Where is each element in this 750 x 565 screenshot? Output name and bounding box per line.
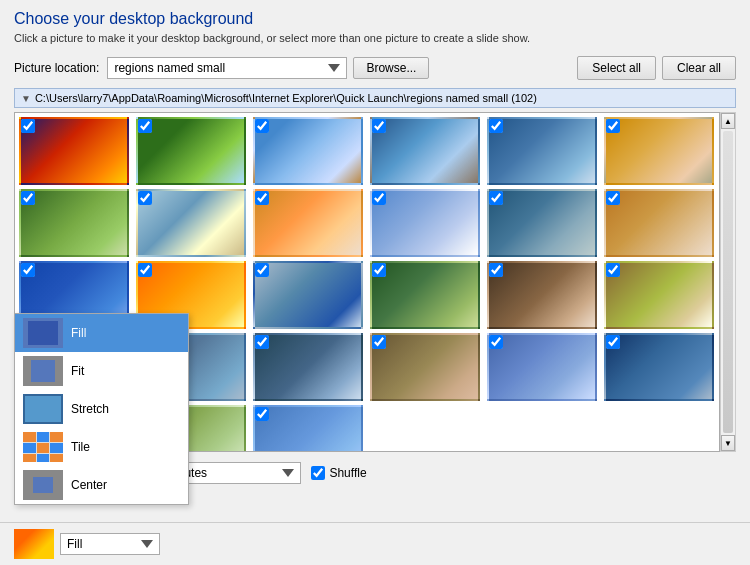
thumbnail-cell[interactable] xyxy=(19,189,129,259)
thumb-image xyxy=(370,261,480,329)
scroll-down-arrow[interactable]: ▼ xyxy=(721,435,735,451)
thumb-checkbox[interactable] xyxy=(21,191,35,205)
bottom-fill-bar: Fill Fit Stretch Tile Center xyxy=(0,522,750,565)
thumb-image xyxy=(136,117,246,185)
svg-rect-1 xyxy=(28,321,58,345)
thumb-image xyxy=(370,117,480,185)
svg-rect-13 xyxy=(23,454,36,462)
thumb-image xyxy=(487,333,597,401)
thumbnail-cell[interactable] xyxy=(604,189,714,259)
thumbnail-cell[interactable] xyxy=(253,333,363,403)
thumbnail-cell[interactable] xyxy=(253,261,363,331)
thumb-checkbox[interactable] xyxy=(255,119,269,133)
thumb-image xyxy=(604,189,714,257)
thumbnail-cell[interactable] xyxy=(487,189,597,259)
picture-location-label: Picture location: xyxy=(14,61,99,75)
picture-location-dropdown[interactable]: regions named small xyxy=(107,57,347,79)
thumb-checkbox[interactable] xyxy=(255,335,269,349)
thumb-checkbox[interactable] xyxy=(372,335,386,349)
thumbnail-cell[interactable] xyxy=(487,117,597,187)
svg-rect-12 xyxy=(50,443,63,453)
thumb-checkbox[interactable] xyxy=(138,263,152,277)
position-menu-item-fit[interactable]: Fit xyxy=(15,352,188,390)
shuffle-label: Shuffle xyxy=(329,466,366,480)
select-all-button[interactable]: Select all xyxy=(577,56,656,80)
thumb-checkbox[interactable] xyxy=(606,119,620,133)
thumbnail-cell[interactable] xyxy=(370,333,480,403)
thumb-checkbox[interactable] xyxy=(606,191,620,205)
thumbnail-cell[interactable] xyxy=(370,261,480,331)
right-buttons: Select all Clear all xyxy=(577,56,736,80)
icon-center xyxy=(23,470,63,500)
thumb-image xyxy=(253,405,363,452)
thumb-checkbox[interactable] xyxy=(372,263,386,277)
position-option-label: Fit xyxy=(71,364,84,378)
thumb-image xyxy=(604,333,714,401)
thumb-checkbox[interactable] xyxy=(255,263,269,277)
thumbnail-cell[interactable] xyxy=(604,117,714,187)
scrollbar-track[interactable]: ▲ ▼ xyxy=(720,112,736,452)
folder-arrow-icon: ▼ xyxy=(21,93,31,104)
thumbnail-cell[interactable] xyxy=(136,117,246,187)
thumb-checkbox[interactable] xyxy=(372,119,386,133)
thumbnail-cell[interactable] xyxy=(370,189,480,259)
thumbnail-cell[interactable] xyxy=(136,189,246,259)
shuffle-checkbox[interactable] xyxy=(311,466,325,480)
thumbnail-cell[interactable] xyxy=(253,189,363,259)
position-dropdown-menu: FillFitStretchTileCenter xyxy=(14,313,189,505)
svg-rect-11 xyxy=(37,443,49,453)
thumb-checkbox[interactable] xyxy=(21,119,35,133)
fill-preview-icon xyxy=(14,529,54,559)
thumb-checkbox[interactable] xyxy=(606,335,620,349)
scroll-thumb[interactable] xyxy=(723,131,733,433)
thumb-checkbox[interactable] xyxy=(138,191,152,205)
thumbnail-cell[interactable] xyxy=(253,405,363,452)
thumbnail-cell[interactable] xyxy=(253,117,363,187)
thumb-checkbox[interactable] xyxy=(255,191,269,205)
icon-tile xyxy=(23,432,63,462)
svg-rect-3 xyxy=(31,360,55,382)
position-menu-item-center[interactable]: Center xyxy=(15,466,188,504)
thumb-checkbox[interactable] xyxy=(255,407,269,421)
thumb-image xyxy=(370,189,480,257)
thumb-image xyxy=(604,117,714,185)
thumbnail-cell[interactable] xyxy=(487,261,597,331)
position-option-label: Tile xyxy=(71,440,90,454)
thumb-image xyxy=(253,117,363,185)
icon-stretch xyxy=(23,394,63,424)
thumbnail-cell[interactable] xyxy=(604,261,714,331)
thumb-checkbox[interactable] xyxy=(489,119,503,133)
thumbnail-cell[interactable] xyxy=(487,333,597,403)
thumb-checkbox[interactable] xyxy=(489,263,503,277)
thumb-checkbox[interactable] xyxy=(138,119,152,133)
position-option-label: Center xyxy=(71,478,107,492)
thumb-checkbox[interactable] xyxy=(21,263,35,277)
svg-rect-9 xyxy=(50,432,63,442)
icon-fit xyxy=(23,356,63,386)
position-menu-item-stretch[interactable]: Stretch xyxy=(15,390,188,428)
position-menu-item-tile[interactable]: Tile xyxy=(15,428,188,466)
page-subtitle: Click a picture to make it your desktop … xyxy=(14,32,736,44)
clear-all-button[interactable]: Clear all xyxy=(662,56,736,80)
thumbnail-cell[interactable] xyxy=(370,117,480,187)
thumb-image xyxy=(19,189,129,257)
thumbnail-cell[interactable] xyxy=(19,117,129,187)
fill-position-dropdown[interactable]: Fill Fit Stretch Tile Center xyxy=(60,533,160,555)
thumbnail-cell[interactable] xyxy=(604,333,714,403)
icon-fill xyxy=(23,318,63,348)
svg-rect-17 xyxy=(33,477,53,493)
svg-rect-5 xyxy=(25,396,61,422)
thumb-checkbox[interactable] xyxy=(489,335,503,349)
thumb-image xyxy=(253,189,363,257)
scroll-up-arrow[interactable]: ▲ xyxy=(721,113,735,129)
position-menu-item-fill[interactable]: Fill xyxy=(15,314,188,352)
page-title: Choose your desktop background xyxy=(14,10,736,28)
thumb-checkbox[interactable] xyxy=(372,191,386,205)
thumb-checkbox[interactable] xyxy=(489,191,503,205)
svg-rect-8 xyxy=(37,432,49,442)
browse-button[interactable]: Browse... xyxy=(353,57,429,79)
thumb-checkbox[interactable] xyxy=(606,263,620,277)
position-option-label: Fill xyxy=(71,326,86,340)
thumb-image xyxy=(19,117,129,185)
svg-rect-14 xyxy=(37,454,49,462)
